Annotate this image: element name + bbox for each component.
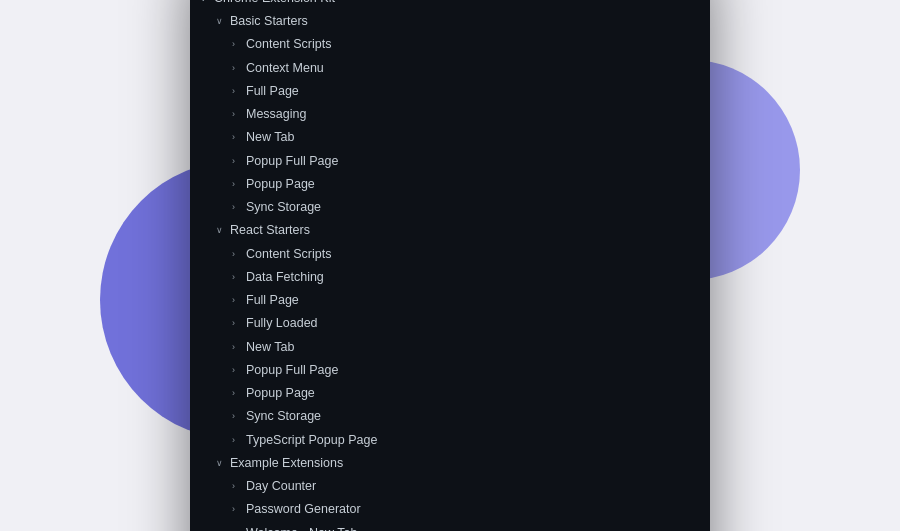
chevron-icon: ∨ [200, 0, 214, 6]
tree-item-new-tab-basic[interactable]: › New Tab [190, 126, 710, 149]
tree-item-basic-starters[interactable]: ∨ Basic Starters [190, 10, 710, 33]
tree-item-sync-storage-basic[interactable]: › Sync Storage [190, 196, 710, 219]
chevron-icon: › [232, 526, 246, 531]
chevron-icon: ∨ [216, 223, 230, 238]
chevron-icon: › [232, 200, 246, 215]
tree-item-label: Welcome - New Tab [246, 523, 357, 531]
chevron-icon: › [232, 363, 246, 378]
tree-item-label: Popup Full Page [246, 151, 338, 172]
tree-item-label: TypeScript Popup Page [246, 430, 377, 451]
tree-item-label: React Starters [230, 220, 310, 241]
chevron-icon: › [232, 270, 246, 285]
chevron-icon: ∨ [216, 14, 230, 29]
tree-item-label: Chrome Extension Kit [214, 0, 335, 9]
tree-item-messaging[interactable]: › Messaging [190, 103, 710, 126]
chevron-icon: › [232, 433, 246, 448]
tree-item-password-generator[interactable]: › Password Generator [190, 498, 710, 521]
tree-item-label: Content Scripts [246, 34, 331, 55]
tree-item-label: Day Counter [246, 476, 316, 497]
tree-item-full-page-basic[interactable]: › Full Page [190, 80, 710, 103]
tree-item-label: Popup Page [246, 174, 315, 195]
tree-item-label: Context Menu [246, 58, 324, 79]
tree-item-new-tab-react[interactable]: › New Tab [190, 336, 710, 359]
tree-item-popup-page-basic[interactable]: › Popup Page [190, 173, 710, 196]
tree-item-popup-page-react[interactable]: › Popup Page [190, 382, 710, 405]
chevron-icon: › [232, 84, 246, 99]
tree-item-content-scripts-basic[interactable]: › Content Scripts [190, 33, 710, 56]
tree-item-content-scripts-react[interactable]: › Content Scripts [190, 243, 710, 266]
tree-item-label: Fully Loaded [246, 313, 318, 334]
tree-item-label: Sync Storage [246, 197, 321, 218]
tree-item-label: Data Fetching [246, 267, 324, 288]
tree-item-root[interactable]: ∨ Chrome Extension Kit [190, 0, 710, 10]
tree-item-label: Messaging [246, 104, 306, 125]
tree-item-context-menu[interactable]: › Context Menu [190, 57, 710, 80]
chevron-icon: › [232, 479, 246, 494]
chevron-icon: › [232, 37, 246, 52]
tree-item-typescript-popup-page[interactable]: › TypeScript Popup Page [190, 429, 710, 452]
tree-item-sync-storage-react[interactable]: › Sync Storage [190, 405, 710, 428]
tree-item-label: Example Extensions [230, 453, 343, 474]
tree-item-label: Basic Starters [230, 11, 308, 32]
chevron-icon: › [232, 130, 246, 145]
chevron-icon: › [232, 177, 246, 192]
tree-item-label: Content Scripts [246, 244, 331, 265]
tree-item-example-extensions[interactable]: ∨ Example Extensions [190, 452, 710, 475]
chevron-icon: ∨ [216, 456, 230, 471]
chevron-icon: › [232, 107, 246, 122]
tree-item-react-starters[interactable]: ∨ React Starters [190, 219, 710, 242]
tree-item-label: Sync Storage [246, 406, 321, 427]
tree-item-popup-full-page-basic[interactable]: › Popup Full Page [190, 150, 710, 173]
tree-item-label: Full Page [246, 290, 299, 311]
chevron-icon: › [232, 247, 246, 262]
tree-item-popup-full-page-react[interactable]: › Popup Full Page [190, 359, 710, 382]
chevron-icon: › [232, 154, 246, 169]
file-explorer-window: ∨ Chrome Extension Kit ∨ Basic Starters … [190, 0, 710, 531]
chevron-icon: › [232, 409, 246, 424]
tree-item-full-page-react[interactable]: › Full Page [190, 289, 710, 312]
tree-item-label: New Tab [246, 337, 294, 358]
tree-item-data-fetching[interactable]: › Data Fetching [190, 266, 710, 289]
tree-item-label: Popup Full Page [246, 360, 338, 381]
tree-item-label: New Tab [246, 127, 294, 148]
tree-item-label: Password Generator [246, 499, 361, 520]
chevron-icon: › [232, 316, 246, 331]
chevron-icon: › [232, 386, 246, 401]
tree-item-label: Full Page [246, 81, 299, 102]
tree-item-day-counter[interactable]: › Day Counter [190, 475, 710, 498]
chevron-icon: › [232, 502, 246, 517]
chevron-icon: › [232, 340, 246, 355]
tree-item-label: Popup Page [246, 383, 315, 404]
tree-item-welcome-new-tab[interactable]: › Welcome - New Tab [190, 522, 710, 531]
chevron-icon: › [232, 61, 246, 76]
chevron-icon: › [232, 293, 246, 308]
file-tree: ∨ Chrome Extension Kit ∨ Basic Starters … [190, 0, 710, 531]
tree-item-fully-loaded[interactable]: › Fully Loaded [190, 312, 710, 335]
